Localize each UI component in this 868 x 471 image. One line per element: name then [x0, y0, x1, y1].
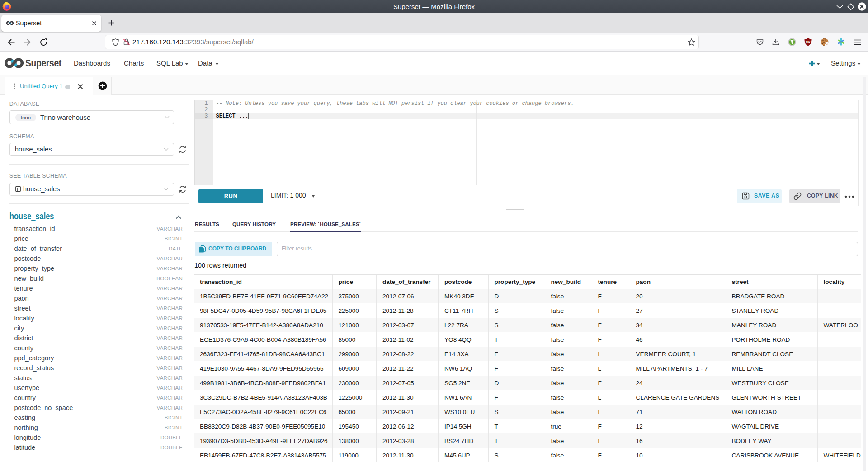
svg-text:uO: uO: [806, 40, 811, 43]
